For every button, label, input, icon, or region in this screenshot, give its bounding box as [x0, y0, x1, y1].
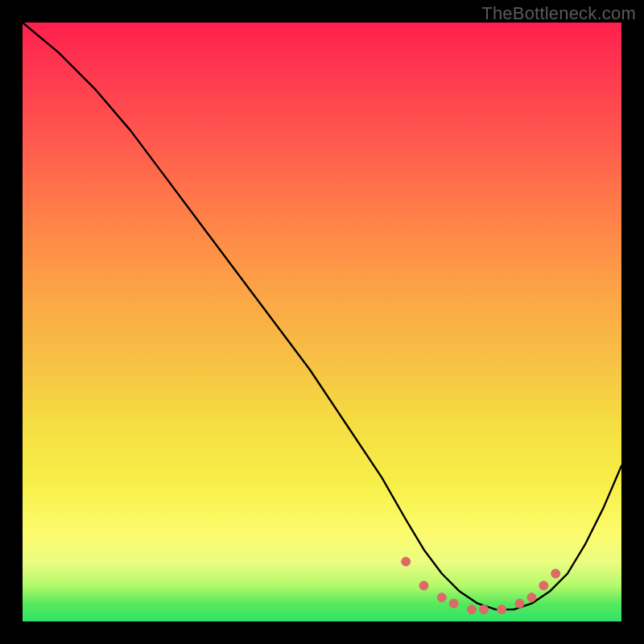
highlight-dot: [402, 557, 411, 566]
highlight-dot: [468, 605, 477, 614]
bottleneck-chart: [23, 23, 621, 621]
highlight-dot: [515, 599, 524, 608]
highlight-dot: [497, 605, 506, 614]
highlight-dot: [479, 605, 488, 614]
highlight-dot: [551, 569, 560, 578]
plot-area: [23, 23, 621, 621]
watermark-text: TheBottleneck.com: [481, 3, 636, 24]
highlight-dot: [437, 593, 446, 602]
highlight-dot: [419, 581, 428, 590]
highlight-dot: [527, 593, 536, 602]
highlight-dot: [449, 599, 458, 608]
highlight-dot: [539, 581, 548, 590]
chart-frame: TheBottleneck.com: [0, 0, 644, 644]
bottleneck-curve: [23, 23, 621, 609]
